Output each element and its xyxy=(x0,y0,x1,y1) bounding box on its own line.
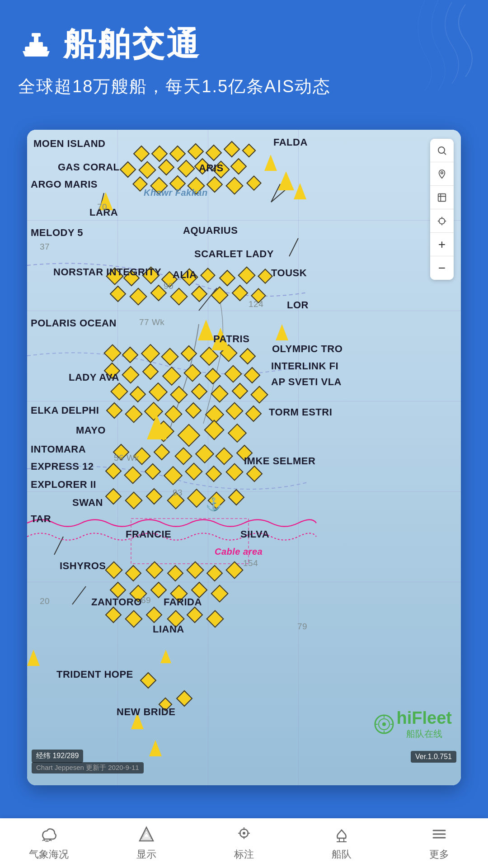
nav-fleet-label: 船队 xyxy=(332,848,352,861)
grid-line xyxy=(27,401,461,401)
svg-rect-1 xyxy=(25,47,47,51)
ship-marker-triangle[interactable] xyxy=(276,324,288,340)
hifleet-subtitle: 船队在线 xyxy=(397,728,452,740)
num-77wk: 77 Wk xyxy=(139,317,164,327)
crosshair-button[interactable] xyxy=(430,209,454,233)
label-norstar-integrity: NORSTAR INTEGRITY xyxy=(53,266,161,278)
label-swan: SWAN xyxy=(72,497,103,509)
ship-marker-triangle[interactable] xyxy=(160,650,171,663)
weather-icon xyxy=(40,826,57,845)
header: 船舶交通 全球超18万艘船，每天1.5亿条AIS动态 xyxy=(0,0,488,130)
nav-display-label: 显示 xyxy=(136,848,156,861)
num-93: 93 xyxy=(173,488,183,498)
ship-marker-triangle[interactable] xyxy=(264,155,277,171)
map-toolbar[interactable]: + − xyxy=(430,139,454,280)
label-olympic-tro: OLYMPIC TRO xyxy=(272,343,343,355)
map-type-button[interactable] xyxy=(430,186,454,209)
num-79: 79 xyxy=(297,622,307,632)
label-imke-selmer: IMKE SELMER xyxy=(244,455,315,467)
map-canvas[interactable]: ⚓ MOEN ISLAND GAS CORAL ARGO xyxy=(27,130,461,785)
more-icon xyxy=(431,826,448,845)
grid-line xyxy=(27,311,461,311)
num-20: 20 xyxy=(40,596,50,606)
label-interlink-fi: INTERLINK FI xyxy=(271,360,338,372)
ship-marker-triangle[interactable] xyxy=(27,650,40,666)
mark-icon xyxy=(235,826,253,845)
label-tar: TAR xyxy=(31,513,51,525)
fleet-icon xyxy=(333,826,350,845)
nav-display[interactable]: 显示 xyxy=(98,818,195,868)
ship-marker-triangle[interactable] xyxy=(294,183,306,199)
map-chart-info: Chart Jeppesen 更新于 2020-9-11 xyxy=(32,762,144,774)
label-moen-island: MOEN ISLAND xyxy=(33,138,106,150)
label-liana: LIANA xyxy=(153,623,184,635)
label-aquarius: AQUARIUS xyxy=(183,225,238,236)
label-trident-hope: TRIDENT HOPE xyxy=(56,669,133,680)
nav-fleet[interactable]: 船队 xyxy=(293,818,390,868)
label-silva: SILVA xyxy=(240,528,269,540)
label-alia: ALIA xyxy=(173,269,197,281)
label-polaris-ocean: POLARIS OCEAN xyxy=(31,317,117,329)
nav-mark[interactable]: 标注 xyxy=(195,818,293,868)
num-69: 69 xyxy=(141,595,151,605)
map-version-status: Ver.1.0.751 xyxy=(411,751,456,763)
label-farida: FARIDA xyxy=(164,596,202,608)
grid-line xyxy=(27,220,461,221)
svg-point-13 xyxy=(438,147,445,153)
nav-weather[interactable]: 气象海况 xyxy=(0,818,98,868)
label-patris: PATRIS xyxy=(213,333,249,345)
svg-point-19 xyxy=(439,218,445,224)
svg-point-15 xyxy=(441,171,443,174)
header-wave xyxy=(307,0,488,90)
nav-weather-label: 气象海况 xyxy=(29,848,69,861)
location-button[interactable] xyxy=(430,162,454,186)
zoom-out-button[interactable]: − xyxy=(430,256,454,280)
ship-icon xyxy=(18,26,54,62)
hifleet-logo: hiFleet 船队在线 xyxy=(374,708,452,740)
search-button[interactable] xyxy=(430,139,454,162)
svg-point-35 xyxy=(243,832,245,835)
label-ishyros: ISHYROS xyxy=(60,560,106,572)
label-gas-coral: GAS CORAL xyxy=(58,161,120,173)
nav-mark-label: 标注 xyxy=(234,848,254,861)
num-124: 124 xyxy=(249,299,263,309)
label-aris: ARIS xyxy=(199,162,224,174)
label-elka-delphi: ELKA DELPHI xyxy=(31,405,99,416)
num-90: 90 xyxy=(164,281,174,291)
svg-point-26 xyxy=(382,722,386,726)
label-mayo: MAYO xyxy=(76,425,106,436)
anchor-icon: ⚓ xyxy=(206,497,221,512)
label-lor: LOR xyxy=(287,299,309,311)
label-falda: FALDA xyxy=(273,137,308,148)
label-ap-sveti-vla: AP SVETI VLA xyxy=(271,376,342,388)
label-explorer-ii: EXPLORER II xyxy=(31,479,96,491)
label-khawr-fakkan: Khawr Fakkan xyxy=(144,188,208,198)
ship-marker-triangle-large[interactable] xyxy=(147,415,167,439)
label-lady-ava: LADY AVA xyxy=(69,372,119,383)
map-coords-status: 经纬 192/289 xyxy=(32,750,83,763)
grid-line xyxy=(27,582,461,582)
label-express-12: EXPRESS 12 xyxy=(31,461,94,472)
label-cable-area: Cable area xyxy=(215,547,263,557)
num-70: 70 xyxy=(97,202,107,212)
svg-line-14 xyxy=(444,152,446,154)
bottom-nav: 气象海况 显示 标注 xyxy=(0,818,488,868)
num-56wk: 56 Wk xyxy=(114,453,139,463)
ship-marker-triangle[interactable] xyxy=(278,171,294,190)
num-37: 37 xyxy=(40,242,50,252)
grid-line xyxy=(27,491,461,492)
zoom-in-button[interactable]: + xyxy=(430,233,454,256)
label-new-bride: NEW BRIDE xyxy=(117,706,175,718)
ship-marker-triangle[interactable] xyxy=(149,740,162,756)
nav-more[interactable]: 更多 xyxy=(390,818,488,868)
label-zantoro: ZANTORO xyxy=(91,596,142,608)
label-melody5: MELODY 5 xyxy=(31,227,83,239)
label-tousk: TOUSK xyxy=(271,267,307,279)
hifleet-brand: hiFleet xyxy=(397,708,452,728)
label-argo-maris: ARGO MARIS xyxy=(31,179,98,190)
map-wrapper[interactable]: ⚓ MOEN ISLAND GAS CORAL ARGO xyxy=(27,130,461,785)
label-scarlet-lady: SCARLET LADY xyxy=(194,248,274,260)
page-title: 船舶交通 xyxy=(63,23,201,66)
label-francie: FRANCIE xyxy=(126,528,171,540)
svg-rect-16 xyxy=(438,193,446,201)
